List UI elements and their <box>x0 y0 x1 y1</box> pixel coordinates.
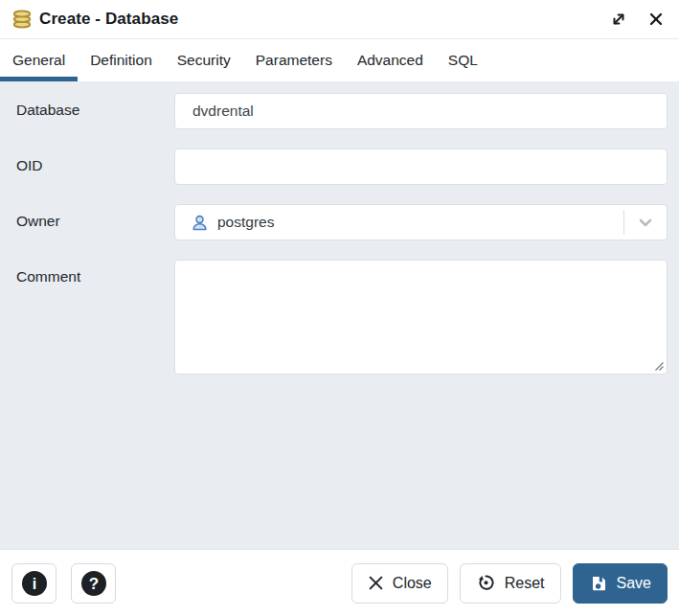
tab-definition[interactable]: Definition <box>78 39 165 81</box>
tab-advanced[interactable]: Advanced <box>345 39 436 81</box>
tab-parameters[interactable]: Parameters <box>243 39 345 81</box>
resize-handle-icon[interactable] <box>653 360 665 372</box>
database-gold-icon <box>11 9 33 30</box>
dialog-titlebar: Create - Database <box>0 0 679 39</box>
save-floppy-icon <box>589 574 608 593</box>
database-name-input[interactable] <box>174 93 668 129</box>
close-x-icon <box>648 11 664 27</box>
info-button[interactable]: i <box>11 563 57 604</box>
user-icon <box>191 214 209 232</box>
maximize-button[interactable] <box>608 9 629 30</box>
owner-selected-value: postgres <box>217 214 274 231</box>
expand-diagonal-icon <box>610 11 627 28</box>
comment-row: Comment <box>0 260 668 375</box>
reset-undo-icon <box>476 573 496 593</box>
dialog-title: Create - Database <box>39 10 178 29</box>
create-database-dialog: Create - Database General Definition <box>0 0 679 616</box>
close-button-label: Close <box>393 575 432 592</box>
chevron-down-icon[interactable] <box>624 211 667 234</box>
owner-row: Owner postgres <box>0 204 668 240</box>
owner-select[interactable]: postgres <box>174 204 668 240</box>
tab-security[interactable]: Security <box>165 39 243 81</box>
owner-label: Owner <box>0 204 174 230</box>
close-button[interactable]: Close <box>351 563 448 604</box>
save-button[interactable]: Save <box>573 563 668 604</box>
dialog-tabbar: General Definition Security Parameters A… <box>0 39 679 81</box>
help-button[interactable]: ? <box>71 563 116 604</box>
oid-label: OID <box>0 148 174 174</box>
close-dialog-button[interactable] <box>646 10 666 29</box>
save-button-label: Save <box>617 575 651 592</box>
database-label: Database <box>0 93 174 119</box>
comment-textarea[interactable] <box>174 260 668 375</box>
svg-text:?: ? <box>88 575 98 593</box>
database-row: Database <box>0 93 668 129</box>
dialog-footer: i ? Close <box>0 549 679 616</box>
oid-row: OID <box>0 148 668 185</box>
general-tab-panel: Database OID Owner <box>0 81 679 549</box>
reset-button[interactable]: Reset <box>460 563 561 604</box>
tab-general[interactable]: General <box>0 39 78 81</box>
oid-input[interactable] <box>174 148 668 185</box>
tab-sql[interactable]: SQL <box>436 39 490 81</box>
info-circle-icon: i <box>21 570 48 597</box>
reset-button-label: Reset <box>505 575 545 592</box>
comment-label: Comment <box>0 260 174 285</box>
question-circle-icon: ? <box>80 570 107 597</box>
close-x-icon <box>368 575 384 591</box>
svg-text:i: i <box>32 576 35 592</box>
